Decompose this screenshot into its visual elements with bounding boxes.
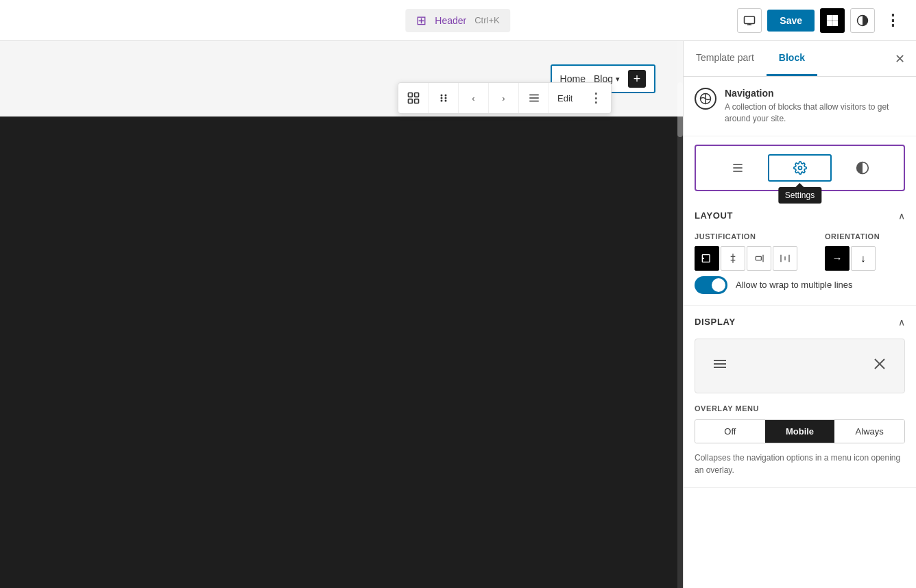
overlay-menu-label: OVERLAY MENU: [695, 404, 905, 413]
block-more-options-button[interactable]: ⋮: [581, 83, 611, 113]
overlay-always-button[interactable]: Always: [834, 420, 904, 443]
block-info-text: Navigation A collection of blocks that a…: [725, 88, 905, 125]
close-panel-button[interactable]: ✕: [892, 49, 908, 69]
tab-list-view[interactable]: [707, 154, 768, 182]
just-space-between-button[interactable]: [773, 246, 797, 271]
block-info: Navigation A collection of blocks that a…: [684, 77, 916, 136]
display-section-header: Display ∧: [695, 317, 905, 328]
display-section: Display ∧: [684, 306, 916, 488]
svg-rect-8: [408, 93, 412, 97]
tab-block[interactable]: Block: [767, 41, 817, 76]
topbar-right: Save ⋮: [737, 8, 905, 33]
navigation-block-icon: [695, 88, 716, 110]
svg-point-14: [440, 97, 442, 99]
layout-section: Layout ∧ JUSTIFICATION: [684, 199, 916, 306]
tab-styles[interactable]: [832, 154, 893, 182]
topbar: ⊞ Header Ctrl+K Save ⋮: [0, 0, 916, 41]
settings-tooltip: Settings: [778, 187, 821, 204]
wrap-toggle-row: Allow to wrap to multiple lines: [695, 276, 905, 294]
overlay-off-button[interactable]: Off: [695, 420, 765, 443]
desktop-preview-button[interactable]: [737, 8, 762, 33]
blog-chevron-icon: ▾: [616, 75, 620, 84]
svg-rect-5: [828, 21, 832, 25]
orient-horizontal-button[interactable]: →: [825, 246, 849, 271]
orient-vertical-button[interactable]: ↓: [851, 246, 876, 271]
wrap-toggle[interactable]: [695, 276, 727, 294]
svg-rect-6: [833, 21, 838, 25]
overlay-mobile-button[interactable]: Mobile: [765, 420, 835, 443]
header-block-icon: ⊞: [416, 13, 426, 28]
display-collapse-button[interactable]: ∧: [898, 317, 905, 328]
svg-rect-9: [414, 93, 418, 97]
justification-col: JUSTIFICATION: [695, 232, 797, 271]
svg-rect-36: [756, 256, 761, 260]
overlay-options: Off Mobile Always: [695, 419, 905, 443]
edit-button[interactable]: Edit: [549, 93, 581, 103]
tab-settings[interactable]: Settings: [768, 154, 832, 182]
svg-point-15: [444, 97, 446, 99]
layout-section-title: Layout: [695, 210, 733, 221]
justification-controls: [695, 246, 797, 271]
more-options-button[interactable]: ⋮: [880, 8, 905, 33]
save-button[interactable]: Save: [767, 10, 815, 32]
block-description: A collection of blocks that allow visito…: [725, 101, 905, 125]
canvas: ‹ › Edit ⋮ Home Blog ▾: [0, 41, 683, 588]
orientation-col: ORIENTATION → ↓: [825, 232, 880, 271]
right-panel: Template part Block ✕ Navigation A colle…: [683, 41, 916, 588]
block-view-button[interactable]: [820, 8, 845, 33]
svg-point-17: [444, 100, 446, 102]
topbar-shortcut: Ctrl+K: [474, 15, 499, 25]
display-close-icon: [871, 356, 888, 376]
overlay-description: Collapses the navigation options in a me…: [695, 452, 905, 476]
align-button[interactable]: [519, 83, 549, 113]
svg-point-16: [440, 100, 442, 102]
overlay-menu-group: OVERLAY MENU Off Mobile Always Collapses…: [695, 404, 905, 476]
justification-orientation-row: JUSTIFICATION: [695, 232, 905, 271]
svg-rect-10: [408, 99, 412, 103]
layout-collapse-button[interactable]: ∧: [898, 210, 905, 221]
add-nav-item-button[interactable]: +: [628, 70, 646, 88]
svg-rect-11: [414, 99, 418, 103]
topbar-title: Header: [435, 15, 466, 26]
navigate-right-button[interactable]: ›: [489, 83, 519, 113]
svg-rect-0: [745, 16, 755, 24]
orientation-label: ORIENTATION: [825, 232, 880, 241]
topbar-center: ⊞ Header Ctrl+K: [405, 9, 510, 32]
just-center-button[interactable]: [721, 246, 745, 271]
display-section-title: Display: [695, 317, 736, 327]
drag-handle-button[interactable]: [429, 83, 459, 113]
svg-rect-3: [828, 15, 832, 20]
just-right-button[interactable]: [747, 246, 771, 271]
block-toolbar: ‹ › Edit ⋮: [398, 82, 612, 114]
scrollbar-thumb[interactable]: [677, 82, 683, 137]
tab-template-part[interactable]: Template part: [684, 41, 767, 76]
orientation-controls: → ↓: [825, 246, 880, 271]
hamburger-icon: [712, 356, 728, 376]
just-left-button[interactable]: [695, 246, 719, 271]
wrap-toggle-label: Allow to wrap to multiple lines: [736, 280, 853, 290]
layout-section-header: Layout ∧: [695, 210, 905, 221]
main-area: ‹ › Edit ⋮ Home Blog ▾: [0, 41, 916, 588]
canvas-header-preview: ‹ › Edit ⋮ Home Blog ▾: [0, 41, 683, 117]
navigate-left-button[interactable]: ‹: [459, 83, 489, 113]
block-name: Navigation: [725, 88, 905, 99]
svg-rect-4: [833, 15, 838, 20]
panel-header: Template part Block ✕: [684, 41, 916, 77]
svg-point-26: [798, 166, 802, 169]
display-preview: [695, 339, 905, 393]
svg-point-12: [440, 95, 442, 97]
transform-block-button[interactable]: [398, 83, 429, 113]
block-tabs: Settings: [695, 145, 905, 191]
contrast-button[interactable]: [850, 8, 875, 33]
svg-point-13: [444, 95, 446, 97]
canvas-scrollbar[interactable]: [677, 41, 683, 588]
justification-label: JUSTIFICATION: [695, 232, 797, 241]
